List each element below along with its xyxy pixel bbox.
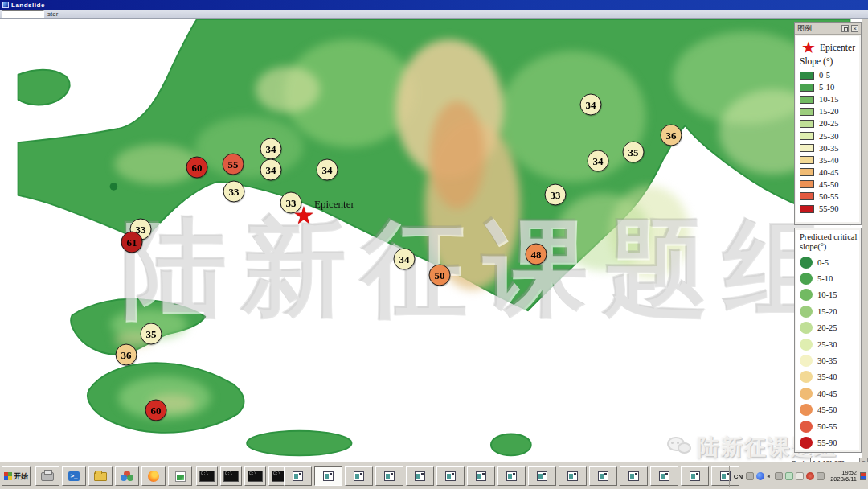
slope-marker[interactable]: 55 xyxy=(223,154,244,175)
window-icon xyxy=(445,471,456,481)
slope-marker[interactable]: 34 xyxy=(260,138,282,160)
tray-device-icon[interactable] xyxy=(775,472,783,480)
start-button[interactable]: 开始 xyxy=(2,466,31,486)
taskbar-app-window[interactable] xyxy=(375,466,403,486)
slope-marker[interactable]: 60 xyxy=(186,157,208,179)
slope-swatch xyxy=(800,156,814,164)
predicted-range-label: 55-90 xyxy=(817,438,837,447)
tray-flag-icon[interactable] xyxy=(796,472,804,480)
slope-swatch xyxy=(800,108,814,116)
tray-blocked-icon[interactable] xyxy=(806,472,814,480)
pin-icon[interactable] xyxy=(841,25,849,32)
taskbar-app-window[interactable] xyxy=(650,466,678,486)
tray-update-icon[interactable] xyxy=(817,472,825,480)
title-bar: Landslide xyxy=(0,0,868,10)
slope-swatch xyxy=(800,72,814,80)
window-icon xyxy=(628,471,639,481)
slope-swatch xyxy=(800,205,814,213)
slope-legend-row: 30-35 xyxy=(800,142,858,154)
slope-range-label: 55-90 xyxy=(819,204,839,213)
taskbar-app-window[interactable] xyxy=(406,466,434,486)
legend-slope-title: Slope (°) xyxy=(800,56,858,66)
taskbar-item-firefox[interactable] xyxy=(141,466,166,486)
taskbar-app-window[interactable] xyxy=(528,466,556,486)
predicted-legend-rows: 0-55-1010-1515-2020-2525-3030-3535-4040-… xyxy=(800,254,858,450)
powershell-icon: >_ xyxy=(68,471,80,481)
slope-marker[interactable]: 34 xyxy=(394,249,416,270)
legend-title: 图例 xyxy=(797,23,841,34)
legend-epicenter-label: Epicenter xyxy=(820,43,855,52)
taskbar-item-powershell[interactable]: >_ xyxy=(62,466,86,486)
tray-clock: 19:52 2023/6/11 xyxy=(830,470,857,483)
taskbar-app-window[interactable] xyxy=(345,466,373,486)
predicted-range-label: 30-35 xyxy=(817,356,837,365)
predicted-circle-swatch xyxy=(800,322,813,334)
predicted-circle-swatch xyxy=(800,404,813,416)
ime-icon[interactable] xyxy=(746,472,754,480)
slope-marker[interactable]: 60 xyxy=(145,400,167,421)
language-indicator[interactable]: CN xyxy=(734,473,743,480)
slope-marker[interactable]: 34 xyxy=(580,94,602,116)
taskbar-app-window[interactable] xyxy=(284,466,312,486)
close-icon[interactable]: × xyxy=(851,25,858,32)
folder-icon xyxy=(94,472,107,481)
slope-legend-row: 25-30 xyxy=(800,129,858,142)
slope-marker[interactable]: 33 xyxy=(223,181,245,203)
taskbar-app-window[interactable] xyxy=(559,466,587,486)
taskbar-item-chart[interactable] xyxy=(168,466,192,486)
predicted-legend-row: 20-25 xyxy=(800,320,858,336)
slope-marker[interactable]: 35 xyxy=(141,323,162,345)
tray-app-icon[interactable] xyxy=(785,472,793,480)
slope-marker[interactable]: 36 xyxy=(116,344,137,366)
slope-marker[interactable]: 34 xyxy=(588,150,609,172)
slope-marker[interactable]: 33 xyxy=(545,184,567,206)
predicted-title-line1: Predicted critical xyxy=(800,232,858,242)
slope-swatch xyxy=(800,168,814,176)
slope-marker[interactable]: 34 xyxy=(317,159,338,181)
taskbar-terminal-window[interactable]: C:\_ xyxy=(244,466,266,486)
taskbar-app-window[interactable] xyxy=(436,466,465,486)
slope-swatch xyxy=(800,84,814,92)
taskbar-terminal-window[interactable]: C:\_ xyxy=(196,466,218,486)
slope-range-label: 20-25 xyxy=(819,119,839,128)
slope-marker[interactable]: 61 xyxy=(121,232,143,253)
slope-legend-row: 55-90 xyxy=(800,203,858,215)
terminal-icon: C:\_ xyxy=(199,471,215,482)
taskbar-item-app[interactable] xyxy=(115,466,139,486)
predicted-legend-row: 55-90 xyxy=(800,434,858,450)
taskbar-app-window[interactable] xyxy=(467,466,495,486)
slope-legend-row: 20-25 xyxy=(800,117,858,129)
predicted-legend-body: Predicted critical slope(°) 0-55-1010-15… xyxy=(796,230,859,450)
slope-marker[interactable]: 48 xyxy=(526,244,547,265)
legend-panel-header: 图例 × xyxy=(795,23,861,35)
window-icon xyxy=(323,471,334,481)
taskbar-app-window[interactable] xyxy=(314,466,342,486)
slope-marker[interactable]: 34 xyxy=(260,159,282,181)
tray-edge-icon[interactable] xyxy=(860,472,866,480)
taskbar-app-window[interactable] xyxy=(589,466,617,486)
slope-marker[interactable]: 35 xyxy=(623,142,645,163)
messenger-icon[interactable] xyxy=(756,472,764,480)
predicted-range-label: 20-25 xyxy=(817,323,837,332)
taskbar-item-printer[interactable] xyxy=(35,466,59,486)
taskbar-app-window[interactable] xyxy=(681,466,709,486)
slope-swatch xyxy=(800,96,814,104)
slope-legend-row: 50-55 xyxy=(800,191,858,203)
predicted-range-label: 45-50 xyxy=(817,405,837,414)
predicted-legend-row: 40-45 xyxy=(800,385,858,401)
slope-marker[interactable]: 50 xyxy=(429,265,451,286)
taskbar-app-window[interactable] xyxy=(497,466,526,486)
slope-marker[interactable]: 36 xyxy=(661,125,682,146)
taskbar-app-window[interactable] xyxy=(620,466,648,486)
show-hidden-icons-icon[interactable]: ◂ xyxy=(767,472,772,480)
predicted-range-label: 50-55 xyxy=(817,422,837,431)
circles-app-icon xyxy=(121,471,133,482)
slope-range-label: 10-15 xyxy=(819,95,839,104)
predicted-legend-row: 35-40 xyxy=(800,369,858,385)
predicted-legend-row: 50-55 xyxy=(800,418,858,434)
window-icon xyxy=(384,471,395,481)
toolbar-combo-input[interactable] xyxy=(2,10,44,18)
taskbar-item-folder[interactable] xyxy=(88,466,113,486)
taskbar-terminal-window[interactable]: C:\_ xyxy=(220,466,242,486)
predicted-legend-row: 10-15 xyxy=(800,287,858,303)
